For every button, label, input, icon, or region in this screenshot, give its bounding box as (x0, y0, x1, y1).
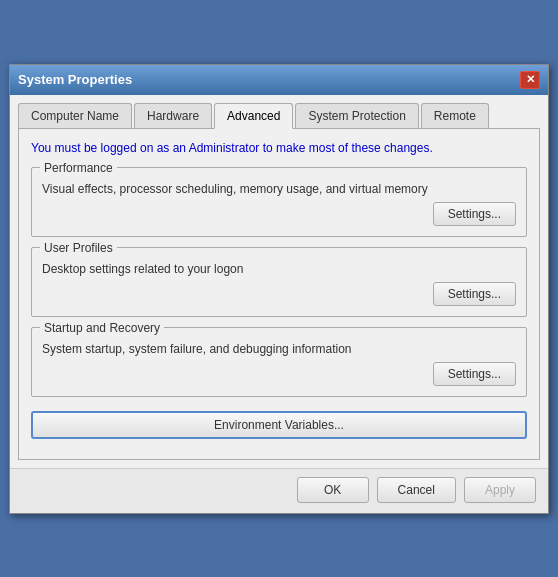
system-properties-window: System Properties ✕ Computer Name Hardwa… (9, 64, 549, 514)
admin-notice: You must be logged on as an Administrato… (31, 141, 527, 155)
tab-remote[interactable]: Remote (421, 103, 489, 128)
user-profiles-description: Desktop settings related to your logon (42, 262, 516, 276)
startup-recovery-section-title: Startup and Recovery (40, 321, 164, 335)
tab-system-protection[interactable]: System Protection (295, 103, 418, 128)
performance-section: Performance Visual effects, processor sc… (31, 167, 527, 237)
performance-section-title: Performance (40, 161, 117, 175)
performance-settings-button[interactable]: Settings... (433, 202, 516, 226)
close-icon: ✕ (526, 73, 535, 86)
title-bar: System Properties ✕ (10, 65, 548, 95)
performance-footer: Settings... (42, 202, 516, 226)
performance-description: Visual effects, processor scheduling, me… (42, 182, 516, 196)
dialog-content: Computer Name Hardware Advanced System P… (10, 95, 548, 468)
close-button[interactable]: ✕ (520, 71, 540, 89)
cancel-button[interactable]: Cancel (377, 477, 456, 503)
tab-bar: Computer Name Hardware Advanced System P… (18, 103, 540, 129)
user-profiles-footer: Settings... (42, 282, 516, 306)
user-profiles-section: User Profiles Desktop settings related t… (31, 247, 527, 317)
title-bar-text: System Properties (18, 72, 132, 87)
startup-recovery-section: Startup and Recovery System startup, sys… (31, 327, 527, 397)
tab-hardware[interactable]: Hardware (134, 103, 212, 128)
user-profiles-settings-button[interactable]: Settings... (433, 282, 516, 306)
environment-variables-button[interactable]: Environment Variables... (31, 411, 527, 439)
ok-button[interactable]: OK (297, 477, 369, 503)
startup-recovery-footer: Settings... (42, 362, 516, 386)
tab-computer-name[interactable]: Computer Name (18, 103, 132, 128)
startup-recovery-description: System startup, system failure, and debu… (42, 342, 516, 356)
dialog-footer: OK Cancel Apply (10, 468, 548, 513)
advanced-tab-content: You must be logged on as an Administrato… (18, 129, 540, 460)
startup-recovery-settings-button[interactable]: Settings... (433, 362, 516, 386)
apply-button: Apply (464, 477, 536, 503)
tab-advanced[interactable]: Advanced (214, 103, 293, 129)
window-title: System Properties (18, 72, 132, 87)
user-profiles-section-title: User Profiles (40, 241, 117, 255)
